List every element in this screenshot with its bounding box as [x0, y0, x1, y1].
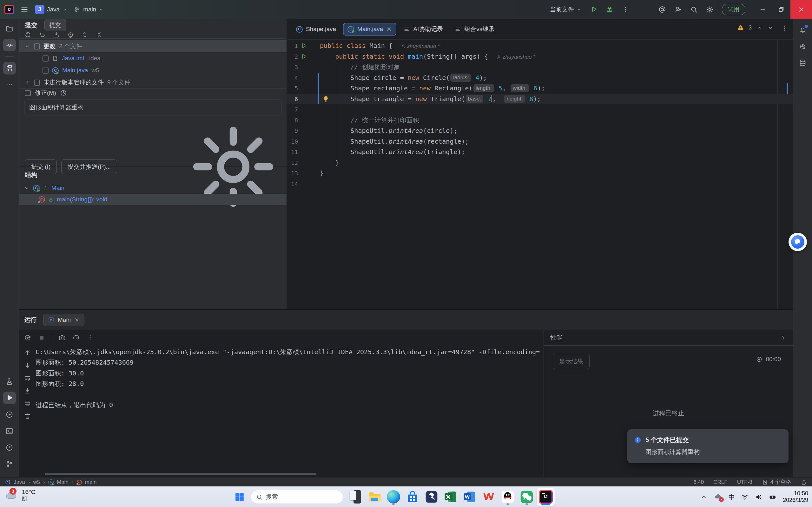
printer-icon[interactable]: [24, 400, 31, 407]
shelve-icon[interactable]: [53, 31, 60, 38]
intention-bulb-icon[interactable]: [322, 96, 329, 103]
debug-button[interactable]: [606, 6, 613, 13]
search-everywhere-button[interactable]: [690, 6, 698, 13]
inspection-widget[interactable]: 3: [737, 24, 774, 31]
more-actions-button[interactable]: [622, 6, 629, 13]
editor-tab-shape-java[interactable]: CShape.java: [292, 23, 341, 36]
chevron-right-icon[interactable]: [24, 79, 31, 86]
trial-badge[interactable]: 试用: [722, 4, 745, 15]
rollback-icon[interactable]: [38, 31, 46, 38]
arrow-up-icon[interactable]: [24, 349, 31, 356]
tool-strip-structure-button[interactable]: [3, 62, 16, 74]
editor-tab-ai-[interactable]: AI协助记录: [399, 22, 447, 36]
window-restore-button[interactable]: [772, 0, 791, 19]
editor-tab--vs-[interactable]: 组合vs继承: [450, 22, 499, 36]
run-configuration-selector[interactable]: 当前文件: [550, 5, 581, 14]
code-area[interactable]: 1public class Main { zhuyanshuo *2 publi…: [287, 40, 793, 309]
main-menu-hamburger-icon[interactable]: [20, 5, 29, 14]
close-icon[interactable]: [386, 26, 392, 32]
speaker-icon[interactable]: [755, 493, 763, 501]
ime-indicator[interactable]: 中: [728, 493, 735, 501]
structure-class-row[interactable]: C Main: [19, 182, 287, 194]
commit-message-input[interactable]: 图形面积计算器重构: [24, 100, 282, 115]
next-warning-icon[interactable]: [767, 24, 774, 31]
changed-file-row[interactable]: Java.iml.idea: [19, 52, 287, 64]
breadcrumb-item[interactable]: w5: [33, 479, 40, 486]
changed-file-row[interactable]: CMain.javaw5: [19, 64, 287, 76]
taskbar-weather-widget[interactable]: 3 16°C 阴: [4, 489, 35, 502]
taskbar-wps-button[interactable]: [480, 488, 498, 506]
rerun-icon[interactable]: [24, 334, 32, 341]
run-tab-main[interactable]: Main: [43, 314, 85, 326]
run-button[interactable]: [590, 6, 598, 13]
breadcrumb-item[interactable]: Java: [14, 479, 25, 486]
encoding-indicator[interactable]: UTF-8: [737, 479, 752, 486]
close-icon[interactable]: [74, 317, 80, 323]
structure-method-row[interactable]: m main(String[]): void: [19, 194, 287, 205]
breadcrumb-item[interactable]: main: [85, 479, 97, 486]
tool-strip-git-branch-button[interactable]: [3, 457, 16, 470]
chevron-down-icon[interactable]: [24, 43, 31, 50]
run-line-icon[interactable]: [301, 43, 307, 49]
changes-group-row[interactable]: 更改2 个文件: [19, 40, 287, 52]
tool-strip-run-play-button[interactable]: [3, 392, 16, 404]
taskbar-word-button[interactable]: [461, 488, 478, 506]
history-clock-icon[interactable]: [60, 90, 67, 96]
project-widget[interactable]: J Java: [35, 5, 67, 14]
taskbar-wechat-button[interactable]: [518, 488, 536, 506]
run-line-icon[interactable]: [301, 53, 307, 60]
changes-checkbox[interactable]: [34, 44, 40, 50]
tool-strip-folder-button[interactable]: [3, 22, 16, 35]
tool-strip-more-button[interactable]: [3, 78, 16, 91]
tool-strip-ai-chat-button[interactable]: [797, 40, 809, 53]
prev-warning-icon[interactable]: [756, 24, 763, 31]
soft-wrap-icon[interactable]: [24, 375, 31, 382]
tool-strip-database-button[interactable]: [797, 56, 809, 69]
tool-strip-commit-button[interactable]: [3, 39, 16, 51]
line-ending-indicator[interactable]: CRLF: [713, 479, 727, 486]
taskbar-ms-store-button[interactable]: [404, 488, 421, 506]
file-checkbox[interactable]: [43, 55, 49, 61]
amend-checkbox[interactable]: [25, 90, 31, 96]
taskbar-intellij-idea-button[interactable]: [537, 488, 555, 506]
editor-tab-main-java[interactable]: CMain.java: [343, 23, 396, 36]
vcs-branch-widget[interactable]: main: [73, 6, 104, 13]
tool-strip-play-circle-button[interactable]: [3, 408, 16, 421]
cursor-position[interactable]: 6:40: [693, 479, 704, 486]
chevron-down-icon[interactable]: [23, 185, 30, 191]
gauge-icon[interactable]: [72, 334, 80, 341]
stop-icon[interactable]: [38, 334, 45, 341]
window-minimize-button[interactable]: [754, 0, 772, 19]
tool-strip-problems-button[interactable]: [3, 441, 16, 454]
locate-icon[interactable]: [67, 31, 74, 38]
code-with-me-button[interactable]: [674, 6, 682, 13]
show-results-button[interactable]: 显示结果: [553, 354, 590, 369]
arrow-down-icon[interactable]: [24, 362, 31, 369]
editor-options-button[interactable]: [781, 25, 789, 34]
scroll-end-icon[interactable]: [24, 387, 31, 394]
chevron-right-icon[interactable]: [780, 334, 786, 341]
commit-notification-toast[interactable]: 5 个文件已提交 图形面积计算器重构: [627, 429, 789, 463]
file-checkbox[interactable]: [43, 67, 49, 73]
taskbar-phone-link-button[interactable]: [347, 488, 364, 506]
window-close-button[interactable]: [791, 0, 812, 19]
tray-expand-icon[interactable]: [700, 493, 708, 501]
taskbar-search-box[interactable]: 搜索: [251, 490, 343, 504]
kebab-icon[interactable]: [86, 334, 94, 341]
horizontal-scrollbar[interactable]: [45, 473, 316, 475]
taskbar-clock[interactable]: 10:502026/3/29: [783, 490, 808, 504]
taskbar-qq-button[interactable]: [499, 488, 517, 506]
onedrive-icon[interactable]: ×: [714, 493, 722, 501]
collapse-all-icon[interactable]: [96, 31, 103, 38]
tool-strip-bell-button[interactable]: [797, 23, 809, 36]
assistant-floating-ball[interactable]: [789, 233, 807, 251]
tool-strip-flask-button[interactable]: [3, 375, 16, 388]
ai-assistant-button[interactable]: [658, 6, 666, 13]
trash-icon[interactable]: [24, 412, 31, 420]
breadcrumb-item[interactable]: Main: [57, 479, 68, 486]
taskbar-navy-app-button[interactable]: [423, 488, 441, 506]
unversioned-group-row[interactable]: 未进行版本管理的文件9 个文件: [19, 76, 287, 89]
taskbar-excel-button[interactable]: [442, 488, 459, 506]
battery-icon[interactable]: [769, 493, 777, 501]
console-output[interactable]: C:\Users\朱彦硕\.jdks\openjdk-25.0.2\bin\ja…: [36, 345, 544, 477]
